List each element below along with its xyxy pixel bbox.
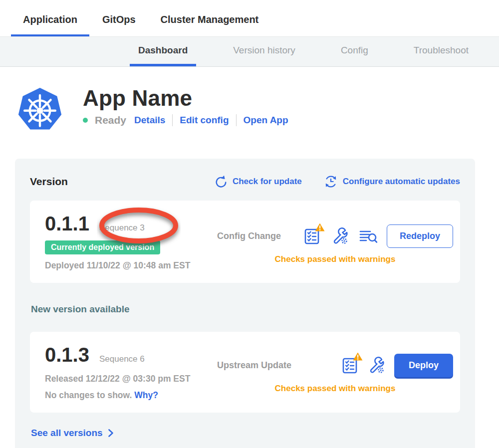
open-app-link[interactable]: Open App [244,115,288,126]
warning-triangle-icon [353,352,363,361]
currently-deployed-badge: Currently deployed version [45,240,160,254]
auto-update-icon [324,175,338,189]
deploy-button[interactable]: Deploy [394,354,453,377]
version-source-label: Upstream Update [217,360,291,371]
why-link[interactable]: Why? [134,390,158,400]
new-version-heading: New version available [31,304,460,315]
app-header: App Name Ready Details Edit config Open … [18,87,499,133]
edit-config-icon[interactable] [368,357,385,375]
no-changes-label: No changes to show. [45,390,132,400]
checks-warning-text: Checks passed with warnings [217,254,453,264]
checks-warning-text: Checks passed with warnings [217,384,453,394]
details-link[interactable]: Details [134,115,165,126]
configure-automatic-updates-label: Configure automatic updates [343,177,460,187]
version-source-label: Config Change [217,231,281,241]
tab-gitops[interactable]: GitOps [90,11,148,36]
divider [172,114,173,126]
warning-triangle-icon [315,223,325,231]
divider [236,114,237,126]
check-for-update-label: Check for update [233,177,302,187]
top-nav: Application GitOps Cluster Management [0,0,499,36]
tab-version-history[interactable]: Version history [225,37,304,66]
tab-config[interactable]: Config [332,37,377,66]
refresh-icon [215,175,228,188]
chevron-right-icon [108,429,114,438]
kubernetes-logo-icon [18,87,62,133]
current-version-row: 0.1.1 Sequence 3 Currently deployed vers… [30,201,460,283]
edit-config-link[interactable]: Edit config [180,115,229,126]
app-sub-nav: Dashboard Version history Config Trouble… [0,36,499,67]
tab-dashboard[interactable]: Dashboard [130,37,196,66]
deployed-timestamp: Deployed 11/10/22 @ 10:48 am EST [45,260,217,271]
ready-status-dot-icon [83,118,88,123]
tab-application[interactable]: Application [11,11,89,36]
check-for-update-link[interactable]: Check for update [215,175,302,188]
current-sequence-label: Sequence 3 [99,223,145,233]
preflight-checks-icon[interactable] [342,357,359,375]
released-timestamp: Released 12/12/22 @ 03:30 pm EST [45,374,217,384]
view-files-icon[interactable] [359,227,376,245]
page-title: App Name [83,87,288,110]
see-all-versions-label: See all versions [31,428,103,439]
available-version-number: 0.1.3 [45,344,89,366]
status-label: Ready [95,114,126,126]
version-card-title: Version [30,176,68,188]
edit-config-icon[interactable] [332,227,349,245]
available-sequence-label: Sequence 6 [99,354,145,364]
tab-cluster-management[interactable]: Cluster Management [149,11,271,36]
redeploy-button[interactable]: Redeploy [387,224,453,248]
available-version-row: 0.1.3 Sequence 6 Released 12/12/22 @ 03:… [30,332,460,413]
version-card: Version Check for update [15,159,475,448]
tab-troubleshoot[interactable]: Troubleshoot [405,37,477,66]
preflight-checks-icon[interactable] [304,227,321,245]
configure-automatic-updates-link[interactable]: Configure automatic updates [324,175,460,189]
see-all-versions-link[interactable]: See all versions [31,428,460,439]
current-version-number: 0.1.1 [45,213,89,234]
no-changes-text: No changes to show. Why? [45,390,217,401]
